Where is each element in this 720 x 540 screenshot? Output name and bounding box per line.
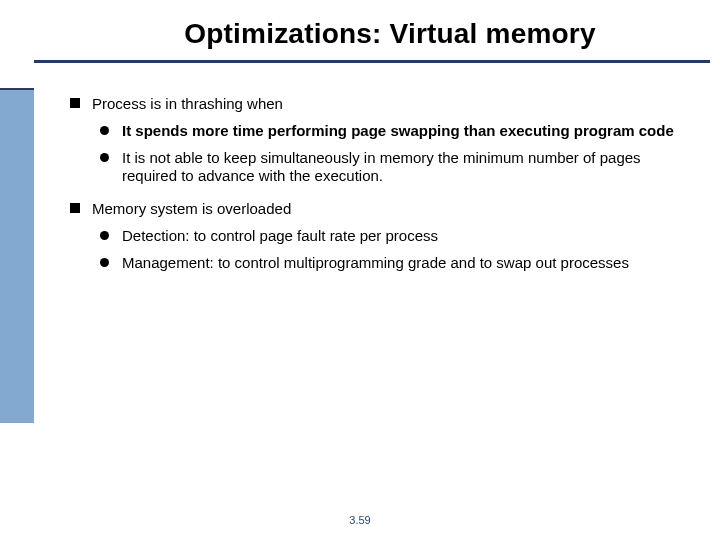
bullet-text: Process is in thrashing when xyxy=(92,95,283,112)
bullet-block: Memory system is overloaded Detection: t… xyxy=(70,200,680,272)
slide: Optimizations: Virtual memory Process is… xyxy=(0,0,720,540)
content-area: Process is in thrashing when It spends m… xyxy=(70,95,680,286)
page-number: 3.59 xyxy=(0,514,720,526)
bullet-text: Detection: to control page fault rate pe… xyxy=(122,227,438,244)
bullet-text: Management: to control multiprogramming … xyxy=(122,254,629,271)
title-wrap: Optimizations: Virtual memory xyxy=(90,18,690,50)
title-rule xyxy=(34,60,710,63)
bullet-l2: It is not able to keep simultaneously in… xyxy=(100,149,680,187)
bullet-l1: Process is in thrashing when xyxy=(70,95,680,114)
bullet-text: It is not able to keep simultaneously in… xyxy=(122,149,641,185)
bullet-text: Memory system is overloaded xyxy=(92,200,291,217)
bullet-text: It spends more time performing page swap… xyxy=(122,122,674,139)
sidebar-accent xyxy=(0,88,34,423)
slide-title: Optimizations: Virtual memory xyxy=(90,18,690,50)
bullet-l2: It spends more time performing page swap… xyxy=(100,122,680,141)
bullet-l2: Detection: to control page fault rate pe… xyxy=(100,227,680,246)
bullet-l1: Memory system is overloaded xyxy=(70,200,680,219)
bullet-block: Process is in thrashing when It spends m… xyxy=(70,95,680,186)
bullet-l2: Management: to control multiprogramming … xyxy=(100,254,680,273)
